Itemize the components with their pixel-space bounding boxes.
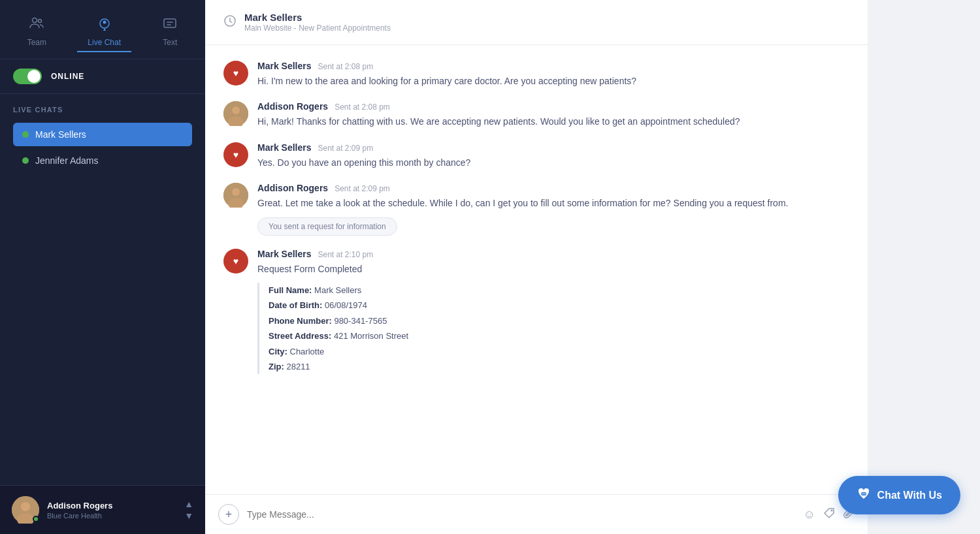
svg-point-10 [232,106,240,114]
right-panel [868,0,980,534]
chat-with-us-button[interactable]: Chat With Us [838,476,960,514]
live-chats-title: LIVE CHATS [13,106,192,114]
form-row-zip: Zip: 28211 [269,359,849,374]
message-row: ♥ Mark Sellers Sent at 2:08 pm Hi. I'm n… [223,61,849,88]
svg-point-15 [831,509,833,511]
message-text: Hi, Mark! Thanks for chatting with us. W… [257,114,849,129]
form-row-address: Street Address: 421 Morrison Street [269,328,849,343]
heart-icon: ♥ [233,256,238,266]
message-sender: Mark Sellers [257,249,312,259]
team-icon [29,16,44,35]
message-content: Mark Sellers Sent at 2:09 pm Yes. Do you… [257,142,849,170]
message-input[interactable] [247,509,796,520]
status-dot [33,516,39,522]
svg-point-13 [232,188,240,196]
footer-info: Addison Rogers Blue Care Health [47,501,176,520]
sidebar-item-team[interactable]: Team [17,12,57,52]
avatar [223,101,248,126]
message-text: Great. Let me take a look at the schedul… [257,196,849,210]
heart-icon: ♥ [233,149,238,160]
tag-icon[interactable] [823,507,835,522]
message-content: Mark Sellers Sent at 2:10 pm Request For… [257,249,849,375]
chat-contact-name: Mark Sellers [244,12,391,23]
chat-header: Mark Sellers Main Website - New Patient … [205,0,868,45]
message-content: Mark Sellers Sent at 2:08 pm Hi. I'm new… [257,61,849,88]
message-content: Addison Rogers Sent at 2:08 pm Hi, Mark!… [257,101,849,129]
svg-point-2 [103,21,106,24]
message-time: Sent at 2:10 pm [318,250,374,259]
online-toggle-row: ONLINE [0,59,205,94]
online-label: ONLINE [51,72,84,81]
svg-point-17 [862,494,863,495]
footer-agent-name: Addison Rogers [47,501,176,510]
message-time: Sent at 2:08 pm [335,102,390,112]
sidebar-item-text[interactable]: Text [152,12,188,52]
message-sender: Mark Sellers [257,142,312,153]
chat-list-item-jennifer-adams[interactable]: Jennifer Adams [13,149,192,172]
message-header: Mark Sellers Sent at 2:09 pm [257,142,849,153]
chevron-up-icon: ▲ [184,499,193,509]
avatar: ♥ [223,61,248,86]
info-request-badge: You sent a request for information [257,217,397,236]
message-header: Mark Sellers Sent at 2:10 pm [257,249,849,259]
svg-point-0 [33,18,37,23]
svg-point-19 [864,494,866,495]
add-attachment-button[interactable]: + [218,504,239,525]
message-sender: Addison Rogers [257,183,328,193]
text-icon [162,16,178,35]
message-text: Request Form Completed [257,262,849,276]
live-chat-label: Live Chat [88,38,121,47]
chat-item-name: Mark Sellers [35,129,86,140]
emoji-icon[interactable]: ☺ [804,508,815,522]
message-header: Addison Rogers Sent at 2:09 pm [257,183,849,193]
message-row: ♥ Mark Sellers Sent at 2:09 pm Yes. Do y… [223,142,849,170]
main-chat-area: Mark Sellers Main Website - New Patient … [205,0,868,534]
chat-item-name: Jennifer Adams [35,155,99,166]
clock-icon [223,14,237,31]
heart-chat-icon [857,486,871,504]
footer-chevron[interactable]: ▲ ▼ [184,499,193,521]
message-row: Addison Rogers Sent at 2:08 pm Hi, Mark!… [223,101,849,129]
online-dot [22,157,29,164]
form-row-phone: Phone Number: 980-341-7565 [269,313,849,328]
message-row: ♥ Mark Sellers Sent at 2:10 pm Request F… [223,249,849,375]
online-dot [22,131,29,138]
message-header: Mark Sellers Sent at 2:08 pm [257,61,849,71]
sidebar: Team Live Chat Text ONLIN [0,0,205,534]
svg-point-6 [21,502,30,511]
chat-contact-sub: Main Website - New Patient Appointments [244,24,391,33]
chat-input-bar: + ☺ [205,494,868,534]
heart-icon: ♥ [233,68,238,78]
message-time: Sent at 2:09 pm [318,144,374,153]
footer-agent-org: Blue Care Health [47,512,176,520]
chat-list-item-mark-sellers[interactable]: Mark Sellers [13,123,192,146]
message-time: Sent at 2:09 pm [335,184,390,193]
svg-rect-4 [164,19,176,27]
chat-with-us-label: Chat With Us [877,490,942,501]
team-label: Team [27,38,46,47]
chat-header-info: Mark Sellers Main Website - New Patient … [244,12,391,33]
avatar: ♥ [223,142,248,167]
sidebar-footer: Addison Rogers Blue Care Health ▲ ▼ [0,485,205,534]
live-chat-icon [97,16,112,35]
message-sender: Mark Sellers [257,61,312,71]
live-chats-section: LIVE CHATS Mark Sellers Jennifer Adams [0,94,205,485]
avatar [223,183,248,208]
message-header: Addison Rogers Sent at 2:08 pm [257,101,849,112]
form-row-dob: Date of Birth: 06/08/1974 [269,298,849,313]
request-form: Full Name: Mark Sellers Date of Birth: 0… [257,283,849,374]
message-time: Sent at 2:08 pm [318,62,374,71]
sidebar-nav: Team Live Chat Text [0,0,205,59]
form-row-city: City: Charlotte [269,344,849,359]
svg-point-18 [863,494,864,495]
svg-point-1 [39,20,42,23]
message-sender: Addison Rogers [257,101,328,112]
chevron-down-icon: ▼ [184,510,193,521]
form-row-name: Full Name: Mark Sellers [269,283,849,298]
message-text: Yes. Do you have an opening this month b… [257,155,849,170]
sidebar-item-live-chat[interactable]: Live Chat [77,12,131,52]
message-row: Addison Rogers Sent at 2:09 pm Great. Le… [223,183,849,235]
text-label: Text [163,38,177,47]
avatar: ♥ [223,249,248,274]
online-toggle[interactable] [13,69,42,84]
